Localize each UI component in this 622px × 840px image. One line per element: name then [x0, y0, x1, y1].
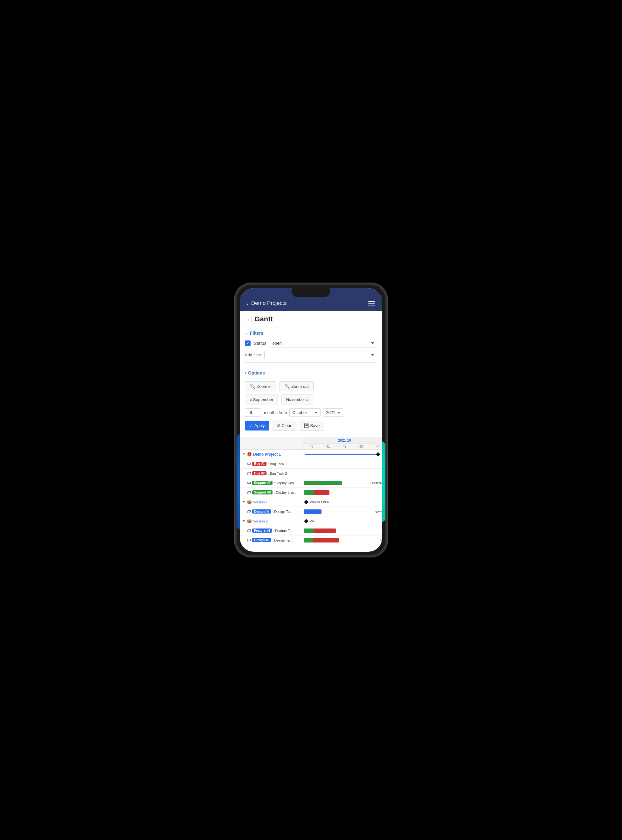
gantt-task-version2: ▼ 📦 Version 2 [240, 516, 303, 525]
gantt-inner: 2021-10 40 41 42 43 44 [240, 437, 382, 552]
bug2-badge: Bug #2 [252, 471, 267, 475]
support8-icon: 🏷 [247, 490, 251, 495]
months-input[interactable] [245, 408, 261, 417]
gantt-bar-support8: In [303, 488, 382, 497]
collapse-icon[interactable]: ▼ [242, 452, 245, 456]
status-filter-row: Status open closed all [245, 339, 377, 347]
add-filter-row: Add filter [245, 351, 377, 359]
months-from-label: months from [264, 410, 287, 415]
design5-badge: Design #5 [252, 509, 271, 513]
year-select[interactable]: 2020 2021 2022 2023 [323, 408, 343, 417]
months-row: months from January February March April… [245, 408, 377, 417]
gantt-task-bug1: 🏷 Bug #1 : Bug Task 1 [240, 459, 303, 468]
save-label: Save [310, 423, 320, 428]
table-row: 🏷 Bug #1 : Bug Task 1 [240, 459, 382, 469]
bar-label-design5: New 0% [375, 510, 382, 513]
bar-label-feature4: Ne [381, 529, 382, 532]
support8-text: : Deploy Live S... [274, 491, 299, 495]
feature4-icon: 🏷 [247, 528, 251, 533]
filters-toggle[interactable]: ⌄ Filters [245, 331, 377, 336]
prev-month-button[interactable]: « September [245, 394, 278, 405]
gantt-bar-design6: In P [303, 536, 382, 545]
status-label: Status [254, 341, 267, 346]
version1-name: Version 1 [253, 500, 268, 504]
gantt-task-design6: 🏷 Design #6 : Design Ta... [240, 536, 303, 545]
header-title-area: ⌄ Demo Projects [245, 300, 287, 306]
feature4-text: : Feature T... [273, 529, 293, 533]
phone-screen: ⌄ Demo Projects ‹ Gantt ⌄ Filters [240, 288, 382, 552]
clear-button[interactable]: ↺ Clear [272, 421, 296, 431]
gantt-header: 2021-10 40 41 42 43 44 [240, 437, 382, 450]
zoom-in-button[interactable]: 🔍 Zoom in [245, 381, 276, 391]
save-icon: 💾 [304, 423, 309, 428]
design5-icon: 🏷 [247, 509, 251, 514]
design5-text: : Design Ta... [272, 510, 293, 513]
project-icon: 🎁 [247, 452, 252, 457]
options-toggle[interactable]: › Options [240, 368, 382, 378]
support7-text: : Deploy Devel... [274, 481, 299, 485]
filters-section: ⌄ Filters Status open closed all Add fil… [240, 327, 382, 368]
action-row: ✓ Apply ↺ Clear 💾 Save [245, 421, 377, 431]
bug1-text: : Bug Task 1 [268, 462, 287, 466]
gantt-bar-empty-1 [303, 545, 382, 552]
support7-badge: Support #7 [252, 481, 273, 485]
design6-text: : Design Ta... [272, 538, 293, 542]
status-checkbox[interactable] [245, 341, 251, 346]
options-label: Options [248, 370, 265, 376]
gantt-timeline-header: 2021-10 40 41 42 43 44 [303, 437, 382, 449]
nav-row: « September November » [245, 394, 377, 405]
gantt-week-42: 42 [337, 444, 353, 449]
gantt-bar-bug1 [303, 459, 382, 468]
zoom-out-button[interactable]: 🔍 Zoom out [279, 381, 314, 391]
project-name: Demo Project 1 [253, 452, 281, 457]
gantt-bar-version1: Version 1 27% [303, 497, 382, 507]
gantt-week-44: 44 [369, 444, 382, 449]
controls-section: 🔍 Zoom in 🔍 Zoom out « September Novembe… [240, 378, 382, 437]
apply-label: Apply [255, 423, 265, 428]
gantt-task-project1: ▼ 🎁 Demo Project 1 [240, 450, 303, 459]
gantt-task-design5: 🏷 Design #5 : Design Ta... [240, 507, 303, 516]
hamburger-button[interactable] [367, 300, 377, 307]
filters-divider [245, 362, 377, 363]
table-row-empty-1 [240, 545, 382, 552]
clear-icon: ↺ [277, 423, 280, 428]
save-button[interactable]: 💾 Save [299, 421, 325, 431]
filters-label: Filters [250, 331, 263, 336]
gantt-week-row: 40 41 42 43 44 [303, 444, 382, 449]
back-button[interactable]: ‹ [245, 316, 252, 323]
zoom-row: 🔍 Zoom in 🔍 Zoom out [245, 381, 377, 391]
bug1-badge: Bug #1 [252, 462, 267, 466]
notch [292, 288, 330, 297]
gantt-container[interactable]: 2021-10 40 41 42 43 44 [240, 437, 382, 552]
app-title: Demo Projects [251, 300, 287, 306]
screen-content[interactable]: ⌄ Demo Projects ‹ Gantt ⌄ Filters [240, 288, 382, 552]
apply-button[interactable]: ✓ Apply [245, 421, 269, 431]
apply-check-icon: ✓ [249, 423, 253, 428]
bar-label-version1: Version 1 27% [310, 501, 329, 504]
gantt-week-41: 41 [320, 444, 337, 449]
gantt-week-40: 40 [303, 444, 320, 449]
gantt-bar-feature4: Ne [303, 526, 382, 535]
gantt-week-43: 43 [353, 444, 369, 449]
phone-frame: ⌄ Demo Projects ‹ Gantt ⌄ Filters [235, 283, 387, 557]
support7-icon: 🏷 [247, 480, 251, 485]
zoom-out-label: Zoom out [291, 384, 309, 389]
page-title: Gantt [255, 315, 273, 323]
filters-chevron-icon: ⌄ [245, 331, 248, 335]
hamburger-line-1 [368, 301, 375, 302]
gantt-bar-design5: New 0% [303, 507, 382, 516]
bug1-icon: 🏷 [247, 461, 251, 466]
gantt-task-empty-1 [240, 545, 303, 552]
hamburger-line-2 [368, 303, 375, 304]
feature4-badge: Feature #4 [252, 528, 272, 533]
gantt-tasks-header [240, 437, 303, 449]
version2-collapse-icon[interactable]: ▼ [242, 519, 245, 523]
status-select[interactable]: open closed all [270, 339, 377, 347]
bug2-icon: 🏷 [247, 471, 251, 476]
month-select[interactable]: January February March April May June Ju… [290, 408, 320, 417]
table-row: 🏷 Design #6 : Design Ta... In P [240, 536, 382, 545]
add-filter-select[interactable] [264, 351, 377, 359]
version1-collapse-icon[interactable]: ▼ [242, 500, 245, 504]
next-month-button[interactable]: November » [281, 394, 313, 405]
zoom-in-label: Zoom in [257, 384, 271, 389]
